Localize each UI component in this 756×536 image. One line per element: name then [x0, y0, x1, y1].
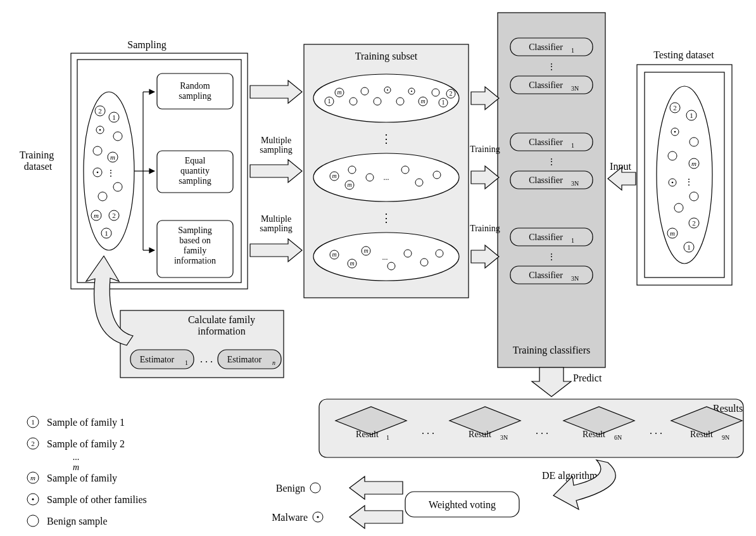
svg-text:. . .: . . . [200, 354, 213, 364]
svg-text:Result: Result [583, 430, 605, 439]
svg-text:1: 1 [31, 418, 35, 426]
svg-point-62 [401, 166, 409, 174]
svg-text:m: m [670, 229, 675, 237]
svg-point-9 [93, 146, 102, 155]
svg-text:m: m [73, 463, 79, 472]
svg-point-108 [674, 131, 676, 133]
svg-text:2: 2 [673, 104, 677, 112]
svg-text:3N: 3N [571, 180, 579, 187]
svg-text:m: m [337, 89, 341, 96]
svg-text:m: m [691, 160, 696, 167]
svg-text:· · ·: · · · [536, 428, 548, 439]
svg-text:2: 2 [450, 90, 453, 97]
svg-point-76 [420, 258, 428, 266]
svg-text:Classifier: Classifier [529, 271, 563, 280]
svg-text:Result: Result [690, 430, 713, 439]
svg-text:Training: Training [470, 144, 500, 154]
diagram-root: ① Training classifiers Predict Sampling … [0, 0, 756, 536]
svg-text:Multiplesampling: Multiplesampling [260, 214, 292, 233]
calc-family-title: Calculate familyinformation [188, 314, 255, 336]
svg-text:m: m [30, 474, 35, 482]
svg-point-16 [98, 192, 107, 201]
svg-text:m: m [420, 98, 425, 105]
svg-text:Classifier: Classifier [529, 175, 563, 185]
svg-text:m: m [332, 251, 336, 258]
de-arrow [553, 460, 615, 509]
predict-label: Predict [573, 373, 602, 383]
svg-text:Classifier: Classifier [529, 42, 563, 52]
svg-text:Classifier: Classifier [529, 137, 563, 147]
svg-point-8 [113, 132, 122, 141]
svg-text:Benign sample: Benign sample [47, 516, 108, 527]
svg-point-57 [348, 166, 356, 174]
svg-text:9N: 9N [722, 434, 729, 441]
svg-point-60 [366, 174, 374, 181]
svg-point-64 [433, 171, 441, 179]
svg-text:⋮: ⋮ [381, 132, 392, 145]
svg-text:Sample of family 2: Sample of family 2 [47, 438, 125, 450]
svg-text:m: m [110, 153, 115, 161]
svg-point-152 [32, 498, 34, 500]
svg-text:3N: 3N [500, 434, 508, 441]
svg-point-39 [361, 87, 369, 95]
arrow-samp-2 [250, 160, 302, 182]
svg-point-74 [387, 262, 395, 270]
training-subset-title: Training subset [355, 51, 418, 62]
svg-point-117 [674, 203, 683, 212]
svg-text:Estimator: Estimator [227, 355, 262, 364]
svg-point-77 [436, 250, 443, 257]
svg-text:6N: 6N [614, 434, 622, 441]
svg-text:...: ... [382, 253, 388, 262]
testing-dataset-title: Testing dataset [653, 49, 714, 61]
svg-text:2: 2 [692, 219, 696, 227]
svg-text:1: 1 [112, 113, 116, 121]
arrow-samp-1 [250, 80, 302, 103]
svg-text:1: 1 [571, 142, 574, 149]
malware-arrow [350, 506, 403, 528]
svg-text:...: ... [73, 452, 80, 462]
svg-point-48 [432, 89, 439, 96]
svg-point-33 [313, 74, 459, 122]
svg-point-38 [350, 98, 357, 105]
svg-text:Benign: Benign [276, 483, 305, 494]
svg-point-63 [415, 179, 423, 186]
svg-text:1: 1 [328, 98, 331, 105]
svg-point-43 [396, 98, 404, 105]
svg-point-110 [668, 151, 677, 160]
subset-oval-2: m m ... [313, 153, 459, 201]
svg-text:Sample of family: Sample of family [47, 473, 117, 484]
svg-text:Weighted voting: Weighted voting [429, 499, 496, 511]
svg-text:· · ·: · · · [650, 428, 662, 439]
svg-text:3N: 3N [571, 85, 579, 92]
svg-text:2: 2 [112, 212, 116, 219]
svg-text:m: m [350, 260, 354, 267]
svg-text:1: 1 [442, 99, 445, 106]
svg-text:2: 2 [31, 440, 35, 447]
svg-text:⋮: ⋮ [547, 157, 556, 167]
svg-text:m: m [363, 247, 368, 254]
subset-oval-3: m m m ... [313, 233, 459, 281]
svg-text:1: 1 [386, 434, 389, 441]
svg-point-40 [374, 98, 381, 105]
svg-text:Classifier: Classifier [529, 233, 563, 242]
svg-text:1: 1 [185, 359, 188, 366]
svg-text:⋮: ⋮ [106, 169, 115, 178]
testing-oval [657, 86, 712, 264]
svg-text:⋮: ⋮ [684, 177, 693, 187]
svg-text:...: ... [384, 173, 389, 182]
arrow-samp-3 [250, 239, 302, 262]
svg-text:⋮: ⋮ [547, 252, 556, 262]
svg-text:1: 1 [687, 243, 691, 251]
predict-arrow [532, 367, 571, 397]
svg-text:n: n [272, 359, 275, 366]
svg-text:Malware: Malware [272, 512, 308, 523]
random-sampling-text: Randomsampling [179, 81, 211, 101]
training-dataset-label: Training dataset [20, 150, 57, 172]
svg-point-7 [99, 129, 101, 131]
svg-text:Sample of other families: Sample of other families [47, 494, 147, 506]
svg-point-116 [690, 192, 698, 201]
svg-point-42 [387, 89, 388, 91]
svg-text:Estimator: Estimator [140, 355, 175, 364]
svg-point-45 [411, 91, 412, 92]
svg-point-75 [404, 250, 412, 257]
